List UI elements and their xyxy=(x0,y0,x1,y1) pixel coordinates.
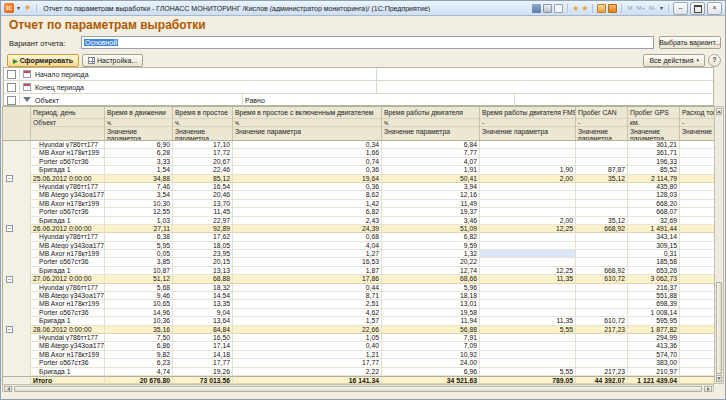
value-cell[interactable]: 20,46 xyxy=(173,191,233,199)
value-cell[interactable]: 196,33 xyxy=(628,158,680,166)
value-cell[interactable]: 14,96 xyxy=(105,309,173,317)
value-cell[interactable]: 0,40 xyxy=(233,342,382,350)
value-cell[interactable]: 2,43 xyxy=(233,217,382,225)
value-cell[interactable] xyxy=(576,158,628,166)
value-cell[interactable]: 1,54 xyxy=(105,166,173,174)
value-cell[interactable]: 16,53 xyxy=(233,258,382,266)
object-cell[interactable]: Бригада 1 xyxy=(31,317,105,325)
value-cell[interactable] xyxy=(576,208,628,216)
value-cell[interactable]: 10,30 xyxy=(105,200,173,208)
value-cell[interactable] xyxy=(680,309,715,317)
value-cell[interactable]: 361,21 xyxy=(628,141,680,149)
value-cell[interactable]: 668,07 xyxy=(628,208,680,216)
value-cell[interactable]: 0,05 xyxy=(105,250,173,258)
value-cell[interactable]: 6,86 xyxy=(105,342,173,350)
period-cell[interactable]: 28.06.2012 0:00:00 xyxy=(31,326,105,334)
value-cell[interactable] xyxy=(480,183,576,191)
object-cell[interactable]: MB Axor н178кт199 xyxy=(31,200,105,208)
object-cell[interactable]: Porter о567ст36 xyxy=(31,158,105,166)
value-cell[interactable]: 5,55 xyxy=(480,326,576,334)
value-cell[interactable]: 9,46 xyxy=(105,292,173,300)
value-cell[interactable]: 383,00 xyxy=(628,359,680,367)
add-favorite-icon[interactable]: ★ xyxy=(572,4,579,13)
value-cell[interactable]: 20,15 xyxy=(173,258,233,266)
toolbar-overflow-chevron-icon[interactable]: ▾ xyxy=(659,3,664,13)
value-cell[interactable]: 10,92 xyxy=(382,351,480,359)
value-cell[interactable] xyxy=(680,300,715,308)
value-cell[interactable] xyxy=(480,141,576,149)
memory-m-minus-button[interactable]: М- xyxy=(648,5,657,11)
value-cell[interactable]: 1,03 xyxy=(105,217,173,225)
value-cell[interactable]: 5,55 xyxy=(480,368,576,376)
value-cell[interactable]: 294,99 xyxy=(628,334,680,342)
settings-button[interactable]: Настройка... xyxy=(82,54,143,67)
value-cell[interactable]: 32,69 xyxy=(628,217,680,225)
memory-m-plus-button[interactable]: М+ xyxy=(635,5,646,11)
object-cell[interactable]: Porter о567ст36 xyxy=(31,309,105,317)
value-cell[interactable]: 574,70 xyxy=(628,351,680,359)
value-cell[interactable]: 18,18 xyxy=(382,292,480,300)
value-cell[interactable]: 12,25 xyxy=(480,225,576,233)
value-cell[interactable]: 6,28 xyxy=(105,149,173,157)
value-cell[interactable]: 1 491,44 xyxy=(628,225,680,233)
filter-checkbox[interactable] xyxy=(7,96,16,105)
object-cell[interactable]: Porter о567ст36 xyxy=(31,208,105,216)
value-cell[interactable] xyxy=(680,275,715,283)
object-cell[interactable]: Hyundai у786тт177 xyxy=(31,233,105,241)
value-cell[interactable] xyxy=(680,250,715,258)
value-cell[interactable]: 18,05 xyxy=(173,242,233,250)
value-cell[interactable]: 3,46 xyxy=(382,217,480,225)
value-cell[interactable]: 17,77 xyxy=(233,359,382,367)
value-cell[interactable] xyxy=(680,191,715,199)
value-cell[interactable] xyxy=(680,166,715,174)
value-cell[interactable] xyxy=(680,368,715,376)
value-cell[interactable]: 11,94 xyxy=(382,317,480,325)
value-cell[interactable] xyxy=(576,334,628,342)
value-cell[interactable] xyxy=(480,242,576,250)
value-cell[interactable] xyxy=(680,158,715,166)
value-cell[interactable]: 7,91 xyxy=(382,334,480,342)
value-cell[interactable]: 12,55 xyxy=(105,208,173,216)
value-cell[interactable]: 7,77 xyxy=(382,149,480,157)
value-cell[interactable]: 35,12 xyxy=(576,217,628,225)
value-cell[interactable]: 1,05 xyxy=(233,334,382,342)
value-cell[interactable]: 10,65 xyxy=(105,300,173,308)
collapse-button[interactable]: − xyxy=(6,225,13,232)
value-cell[interactable]: 68,88 xyxy=(173,275,233,283)
object-cell[interactable]: MB Atego у343оа177 xyxy=(31,242,105,250)
value-cell[interactable]: 1,42 xyxy=(233,200,382,208)
value-cell[interactable]: 35,12 xyxy=(576,175,628,183)
value-cell[interactable] xyxy=(480,208,576,216)
value-cell[interactable] xyxy=(576,292,628,300)
value-cell[interactable]: 85,52 xyxy=(628,166,680,174)
value-cell[interactable]: 56,88 xyxy=(382,326,480,334)
value-cell[interactable] xyxy=(680,183,715,191)
filter-name[interactable]: Объект xyxy=(35,97,59,104)
value-cell[interactable]: 413,36 xyxy=(628,342,680,350)
value-cell[interactable]: 0,68 xyxy=(233,233,382,241)
filter-checkbox[interactable] xyxy=(7,83,16,92)
value-cell[interactable]: 17,14 xyxy=(173,342,233,350)
value-cell[interactable]: 12,25 xyxy=(480,267,576,275)
value-cell[interactable]: 217,23 xyxy=(576,368,628,376)
value-cell[interactable]: 1 877,82 xyxy=(628,326,680,334)
save-icon[interactable] xyxy=(532,4,541,13)
value-cell[interactable]: 343,14 xyxy=(628,233,680,241)
value-cell[interactable]: 22,97 xyxy=(173,217,233,225)
value-cell[interactable]: 216,37 xyxy=(628,284,680,292)
value-cell[interactable]: 185,58 xyxy=(628,258,680,266)
all-actions-button[interactable]: Все действия ▾ xyxy=(643,54,705,67)
value-cell[interactable]: 20,67 xyxy=(173,158,233,166)
value-cell[interactable] xyxy=(680,225,715,233)
value-cell[interactable]: 85,12 xyxy=(173,175,233,183)
value-cell[interactable] xyxy=(480,292,576,300)
value-cell[interactable]: 668,92 xyxy=(576,267,628,275)
value-cell[interactable]: 22,66 xyxy=(233,326,382,334)
value-cell[interactable]: 6,82 xyxy=(382,233,480,241)
value-cell[interactable]: 13,01 xyxy=(382,300,480,308)
value-cell[interactable]: 19,26 xyxy=(173,368,233,376)
filter-name[interactable]: Начало периода xyxy=(35,71,89,78)
value-cell[interactable]: 14,18 xyxy=(173,351,233,359)
value-cell[interactable] xyxy=(576,233,628,241)
value-cell[interactable]: 653,26 xyxy=(628,267,680,275)
